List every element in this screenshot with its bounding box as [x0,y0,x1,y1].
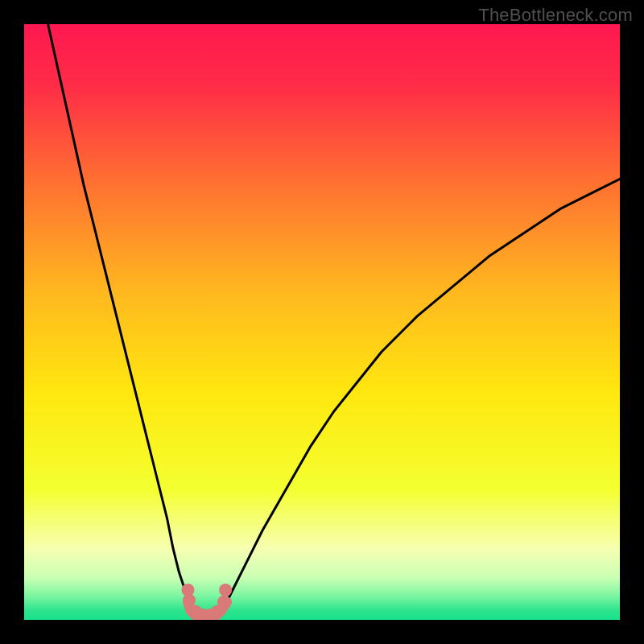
watermark-text: TheBottleneck.com [478,5,633,26]
valley-marker [217,596,230,609]
series-left-branch [48,24,188,602]
chart-frame: TheBottleneck.com [0,0,644,644]
valley-marker [183,594,196,607]
valley-marker [219,584,232,597]
chart-curves [24,24,620,620]
series-right-branch [227,179,620,601]
chart-plot-area [24,24,620,620]
